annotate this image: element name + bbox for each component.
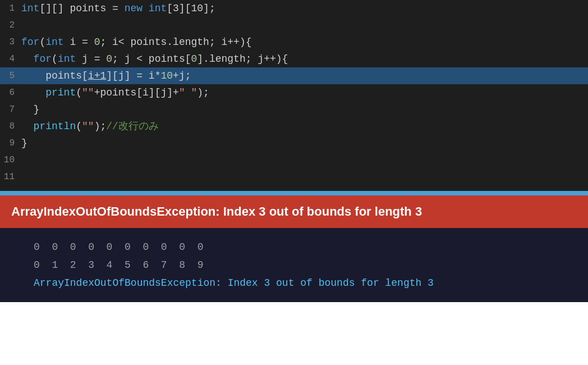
separator-bar [0, 191, 588, 195]
code-line-6: 6 print(""+points[i][j]+" "); [0, 84, 588, 101]
code-line-1: 1 int[][] points = new int[3][10]; [0, 0, 588, 17]
console-section: 0 0 0 0 0 0 0 0 0 0 0 1 2 3 4 5 6 7 8 9 … [0, 228, 588, 302]
line-number-3: 3 [0, 34, 21, 51]
code-line-2: 2 [0, 17, 588, 34]
line-content-5: points[i+1][j] = i*10+j; [21, 67, 191, 84]
code-line-10: 10 [0, 152, 588, 168]
line-number-7: 7 [0, 101, 21, 118]
line-number-9: 9 [0, 135, 21, 152]
code-line-11: 11 [0, 168, 588, 185]
code-line-9: 9 } [0, 135, 588, 152]
code-line-8: 8 println("");//改行のみ [0, 118, 588, 135]
code-line-4: 4 for(int j = 0; j < points[0].length; j… [0, 51, 588, 67]
line-number-6: 6 [0, 84, 21, 101]
line-number-5: 5 [0, 67, 21, 84]
code-editor: 1 int[][] points = new int[3][10]; 2 3 f… [0, 0, 588, 191]
line-number-10: 10 [0, 152, 21, 168]
code-line-3: 3 for(int i = 0; i< points.length; i++){ [0, 34, 588, 51]
console-line-1: 0 0 0 0 0 0 0 0 0 0 [34, 239, 554, 255]
line-content-4: for(int j = 0; j < points[0].length; j++… [21, 51, 288, 67]
line-number-1: 1 [0, 0, 21, 17]
line-number-8: 8 [0, 118, 21, 135]
error-banner-text: ArrayIndexOutOfBoundsException: Index 3 … [11, 204, 422, 219]
line-content-3: for(int i = 0; i< points.length; i++){ [21, 34, 252, 51]
line-content-6: print(""+points[i][j]+" "); [21, 84, 209, 101]
console-error-line: ArrayIndexOutOfBoundsException: Index 3 … [34, 275, 554, 291]
error-banner: ArrayIndexOutOfBoundsException: Index 3 … [0, 195, 588, 228]
console-line-2: 0 1 2 3 4 5 6 7 8 9 [34, 257, 554, 273]
code-line-7: 7 } [0, 101, 588, 118]
line-number-11: 11 [0, 168, 21, 185]
line-number-4: 4 [0, 51, 21, 67]
line-content-7: } [21, 101, 39, 118]
line-content-1: int[][] points = new int[3][10]; [21, 0, 215, 17]
line-content-8: println("");//改行のみ [21, 118, 159, 135]
line-content-9: } [21, 135, 27, 152]
line-number-2: 2 [0, 17, 21, 34]
console-output: 0 0 0 0 0 0 0 0 0 0 0 1 2 3 4 5 6 7 8 9 … [0, 228, 588, 302]
code-lines: 1 int[][] points = new int[3][10]; 2 3 f… [0, 0, 588, 185]
code-line-5: 5 points[i+1][j] = i*10+j; [0, 67, 588, 84]
